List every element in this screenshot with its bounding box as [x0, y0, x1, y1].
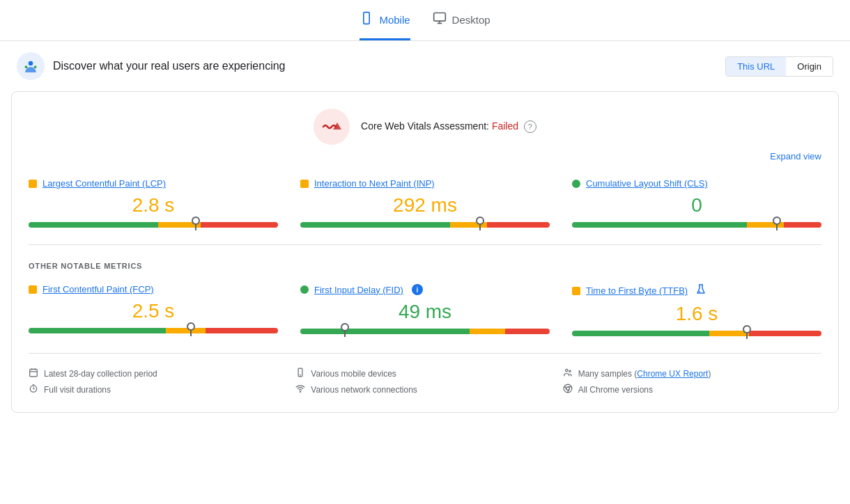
metric-lcp-bar	[29, 222, 278, 228]
cls-bar-green	[572, 222, 747, 228]
lcp-bar-red	[201, 222, 278, 228]
info-full-visit: Full visit durations	[29, 384, 287, 395]
info-network-text: Various network connections	[311, 385, 417, 395]
assessment-status: Failed	[492, 120, 518, 132]
cls-bar-red	[784, 222, 821, 228]
metric-inp-bar	[300, 222, 550, 228]
ttfb-flask-icon	[696, 284, 706, 297]
toggle-origin[interactable]: Origin	[786, 57, 833, 76]
metric-ttfb-dot	[572, 287, 580, 295]
metric-fcp-track	[29, 328, 278, 333]
inp-bar-red	[487, 222, 550, 228]
metric-ttfb-label-row: Time to First Byte (TTFB)	[572, 284, 821, 297]
fid-info-icon[interactable]: i	[412, 284, 423, 295]
svg-rect-11	[30, 369, 38, 377]
inp-bar-green	[300, 222, 450, 228]
fcp-bar-marker	[190, 325, 192, 336]
metric-cls-label[interactable]: Cumulative Layout Shift (CLS)	[586, 178, 708, 189]
metric-inp-value: 292 ms	[300, 194, 550, 216]
mobile-icon	[360, 11, 373, 29]
metric-lcp-track	[29, 222, 278, 228]
info-chrome: All Chrome versions	[563, 384, 821, 395]
metric-ttfb-track	[572, 331, 821, 336]
toggle-group: This URL Origin	[725, 56, 833, 77]
tab-desktop-label: Desktop	[452, 14, 490, 26]
svg-point-22	[565, 369, 568, 372]
metric-lcp-label-row: Largest Contentful Paint (LCP)	[29, 178, 278, 189]
info-collection-text: Latest 28-day collection period	[44, 369, 157, 379]
lcp-bar-green	[29, 222, 158, 228]
info-mobile-devices-text: Various mobile devices	[311, 369, 396, 379]
ttfb-bar-red	[749, 331, 821, 336]
metric-ttfb-label[interactable]: Time to First Byte (TTFB)	[586, 285, 688, 296]
ttfb-bar-green	[572, 331, 709, 336]
metric-fcp-value: 2.5 s	[29, 300, 278, 322]
lcp-bar-marker	[195, 219, 196, 230]
info-network: Various network connections	[295, 384, 554, 395]
other-metrics-label: OTHER NOTABLE METRICS	[29, 262, 821, 270]
info-collection-period: Latest 28-day collection period	[29, 368, 287, 379]
assessment-info-icon[interactable]: ?	[524, 120, 536, 133]
info-samples-text: Many samples (Chrome UX Report)	[578, 369, 711, 379]
metric-cls-bar	[572, 222, 821, 228]
metric-inp-label[interactable]: Interaction to Next Paint (INP)	[314, 178, 435, 189]
metric-fcp-label[interactable]: First Contentful Paint (FCP)	[42, 284, 154, 294]
header-title: Discover what your real users are experi…	[53, 60, 285, 72]
timer-icon	[29, 384, 38, 395]
tab-desktop[interactable]: Desktop	[433, 11, 490, 40]
ttfb-bar-marker	[746, 328, 748, 339]
users-icon	[563, 368, 573, 379]
metric-lcp-label[interactable]: Largest Contentful Paint (LCP)	[42, 178, 166, 189]
metric-ttfb-bar	[572, 331, 821, 336]
fcp-bar-green	[29, 328, 166, 333]
info-mobile-devices: Various mobile devices	[295, 368, 554, 379]
tab-mobile[interactable]: Mobile	[360, 11, 410, 40]
core-metrics-grid: Largest Contentful Paint (LCP) 2.8 s Int…	[29, 178, 821, 245]
info-full-visit-text: Full visit durations	[44, 385, 111, 395]
metric-lcp: Largest Contentful Paint (LCP) 2.8 s	[29, 178, 278, 228]
header-left: Discover what your real users are experi…	[17, 52, 285, 80]
metric-fid-dot	[300, 285, 309, 294]
svg-point-10	[699, 291, 700, 292]
info-row: Latest 28-day collection period Full vis…	[29, 368, 821, 395]
metric-ttfb-value: 1.6 s	[572, 303, 821, 325]
metric-ttfb: Time to First Byte (TTFB) 1.6 s	[572, 284, 821, 336]
metric-lcp-dot	[29, 180, 37, 188]
crux-avatar	[17, 52, 45, 80]
metric-inp-dot	[300, 180, 309, 188]
metric-fid-track	[300, 329, 550, 334]
svg-rect-2	[433, 13, 445, 22]
assessment-title: Core Web Vitals Assessment:	[361, 120, 489, 132]
metric-cls-label-row: Cumulative Layout Shift (CLS)	[572, 178, 821, 189]
info-col-1: Latest 28-day collection period Full vis…	[29, 368, 287, 395]
assessment-title-group: Core Web Vitals Assessment: Failed ?	[361, 120, 536, 133]
info-chrome-text: All Chrome versions	[578, 385, 653, 395]
tab-mobile-label: Mobile	[379, 14, 410, 26]
svg-point-8	[34, 65, 37, 68]
expand-view: Expand view	[29, 150, 821, 162]
header-row: Discover what your real users are experi…	[0, 41, 850, 91]
info-col-3: Many samples (Chrome UX Report) All Chro…	[563, 368, 821, 395]
fid-bar-marker	[344, 326, 346, 337]
chrome-ux-report-link[interactable]: Chrome UX Report	[637, 369, 708, 379]
metric-cls-track	[572, 222, 821, 228]
metric-fid-label[interactable]: First Input Delay (FID)	[314, 285, 403, 295]
toggle-this-url[interactable]: This URL	[726, 57, 786, 76]
fid-bar-green	[300, 329, 470, 334]
svg-point-6	[29, 61, 33, 66]
chrome-icon	[563, 384, 573, 395]
cls-bar-marker	[776, 219, 778, 230]
info-samples: Many samples (Chrome UX Report)	[563, 368, 821, 379]
metric-inp-label-row: Interaction to Next Paint (INP)	[300, 178, 550, 189]
metric-lcp-value: 2.8 s	[29, 194, 278, 216]
svg-rect-0	[364, 13, 369, 24]
main-card: Core Web Vitals Assessment: Failed ? Exp…	[11, 91, 839, 413]
calendar-icon	[29, 368, 38, 379]
inp-bar-marker	[479, 219, 481, 230]
fcp-bar-red	[206, 328, 278, 333]
metric-inp: Interaction to Next Paint (INP) 292 ms	[300, 178, 550, 228]
expand-view-link[interactable]: Expand view	[770, 151, 821, 162]
network-icon	[295, 384, 305, 395]
metric-fid-value: 49 ms	[300, 301, 550, 323]
metric-fcp: First Contentful Paint (FCP) 2.5 s	[29, 284, 278, 336]
